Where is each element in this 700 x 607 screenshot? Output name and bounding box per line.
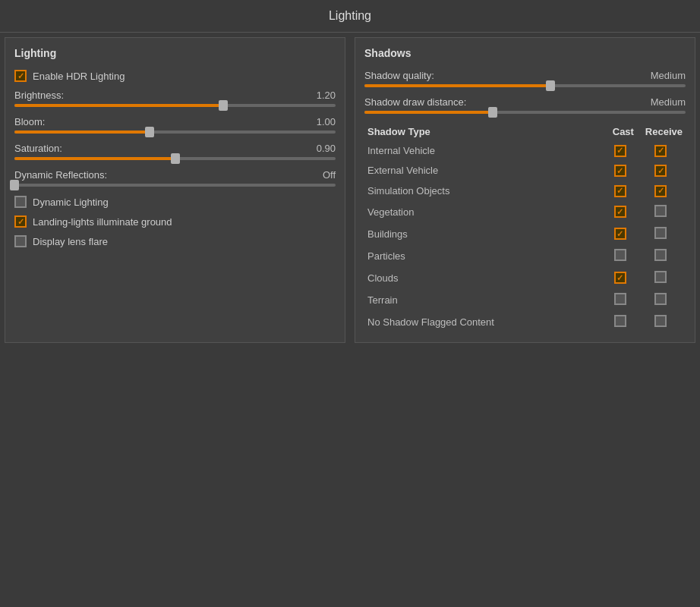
shadows-panel-title: Shadows bbox=[364, 47, 686, 59]
enable-hdr-checkbox[interactable] bbox=[14, 70, 27, 82]
title-bar: Lighting bbox=[0, 0, 700, 33]
dynamic-reflections-slider-track[interactable] bbox=[14, 184, 336, 187]
shadow-cast-checkbox[interactable] bbox=[614, 165, 626, 177]
shadow-type-name: Particles bbox=[364, 245, 604, 267]
shadow-type-name: Terrain bbox=[364, 289, 604, 311]
shadow-receive-checkbox[interactable] bbox=[654, 205, 667, 217]
shadow-quality-slider-track[interactable] bbox=[364, 84, 686, 87]
receive-col-header: Receive bbox=[642, 123, 686, 140]
shadow-table-row: Buildings bbox=[364, 223, 686, 245]
display-lens-flare-row: Display lens flare bbox=[14, 235, 336, 247]
cast-col-header: Cast bbox=[604, 123, 642, 140]
shadow-receive-checkbox[interactable] bbox=[654, 185, 667, 197]
shadow-receive-checkbox[interactable] bbox=[654, 227, 667, 239]
landing-lights-row: Landing-lights illuminate ground bbox=[14, 215, 336, 228]
shadow-cast-checkbox[interactable] bbox=[614, 206, 626, 218]
display-lens-flare-label: Display lens flare bbox=[33, 236, 108, 247]
shadow-table-row: External Vehicle bbox=[364, 161, 686, 181]
shadow-draw-distance-value: Medium bbox=[651, 96, 686, 108]
shadow-type-name: Internal Vehicle bbox=[364, 140, 604, 161]
shadow-cast-cell bbox=[604, 289, 642, 311]
shadow-receive-cell bbox=[642, 201, 686, 223]
shadow-cast-cell bbox=[604, 161, 642, 181]
bloom-value: 1.00 bbox=[305, 116, 336, 127]
shadow-cast-cell bbox=[604, 223, 642, 245]
shadow-cast-cell bbox=[604, 201, 642, 223]
dynamic-reflections-value: Off bbox=[305, 169, 336, 181]
shadow-type-name: Clouds bbox=[364, 267, 604, 289]
shadow-table-row: Vegetation bbox=[364, 201, 686, 223]
shadow-receive-checkbox[interactable] bbox=[654, 293, 667, 305]
shadow-quality-label: Shadow quality: bbox=[364, 70, 434, 81]
shadow-receive-cell bbox=[642, 267, 686, 289]
shadow-receive-checkbox[interactable] bbox=[654, 145, 667, 157]
shadow-type-table: Shadow Type Cast Receive Internal Vehicl… bbox=[364, 123, 686, 333]
shadow-receive-cell bbox=[642, 140, 686, 161]
shadow-table-row: Simulation Objects bbox=[364, 181, 686, 201]
shadow-receive-cell bbox=[642, 311, 686, 333]
landing-lights-label: Landing-lights illuminate ground bbox=[33, 216, 172, 228]
saturation-slider-track[interactable] bbox=[14, 157, 336, 160]
dynamic-lighting-row: Dynamic Lighting bbox=[14, 196, 336, 208]
shadow-cast-checkbox[interactable] bbox=[614, 272, 626, 284]
shadow-cast-cell bbox=[604, 267, 642, 289]
shadow-cast-cell bbox=[604, 245, 642, 267]
shadow-draw-distance-slider-track[interactable] bbox=[364, 111, 686, 114]
shadow-receive-cell bbox=[642, 161, 686, 181]
shadow-type-name: Buildings bbox=[364, 223, 604, 245]
shadow-cast-checkbox[interactable] bbox=[614, 293, 626, 305]
shadow-receive-cell bbox=[642, 223, 686, 245]
shadow-table-row: Internal Vehicle bbox=[364, 140, 686, 161]
shadow-type-col-header: Shadow Type bbox=[364, 123, 604, 140]
shadow-cast-checkbox[interactable] bbox=[614, 315, 626, 327]
shadow-cast-checkbox[interactable] bbox=[614, 145, 626, 157]
landing-lights-checkbox[interactable] bbox=[14, 215, 27, 228]
shadow-receive-cell bbox=[642, 245, 686, 267]
display-lens-flare-checkbox[interactable] bbox=[14, 235, 27, 247]
window-title: Lighting bbox=[329, 9, 371, 22]
bloom-label: Bloom: bbox=[14, 116, 45, 127]
brightness-slider-track[interactable] bbox=[14, 104, 336, 107]
shadow-receive-cell bbox=[642, 289, 686, 311]
shadow-table-row: Clouds bbox=[364, 267, 686, 289]
dynamic-lighting-checkbox[interactable] bbox=[14, 196, 27, 208]
shadow-draw-distance-label: Shadow draw distance: bbox=[364, 96, 466, 108]
shadow-cast-checkbox[interactable] bbox=[614, 185, 626, 197]
shadow-type-name: Simulation Objects bbox=[364, 181, 604, 201]
saturation-label: Saturation: bbox=[14, 143, 62, 154]
brightness-value: 1.20 bbox=[305, 90, 336, 101]
lighting-panel-title: Lighting bbox=[14, 47, 336, 59]
enable-hdr-label: Enable HDR Lighting bbox=[33, 71, 125, 82]
shadow-receive-checkbox[interactable] bbox=[654, 165, 667, 177]
shadow-cast-cell bbox=[604, 181, 642, 201]
lighting-panel: Lighting Enable HDR Lighting Brightness:… bbox=[5, 37, 345, 343]
shadow-table-row: No Shadow Flagged Content bbox=[364, 311, 686, 333]
shadow-table-row: Terrain bbox=[364, 289, 686, 311]
shadow-receive-checkbox[interactable] bbox=[654, 271, 667, 283]
shadow-cast-cell bbox=[604, 140, 642, 161]
bloom-slider-track[interactable] bbox=[14, 131, 336, 134]
shadow-cast-cell bbox=[604, 311, 642, 333]
shadow-quality-value: Medium bbox=[651, 70, 686, 81]
shadows-panel: Shadows Shadow quality: Medium Shadow dr… bbox=[355, 37, 695, 343]
shadow-cast-checkbox[interactable] bbox=[614, 228, 626, 240]
shadow-receive-checkbox[interactable] bbox=[654, 249, 667, 261]
saturation-value: 0.90 bbox=[305, 143, 336, 154]
shadow-type-name: External Vehicle bbox=[364, 161, 604, 181]
enable-hdr-row: Enable HDR Lighting bbox=[14, 70, 336, 82]
shadow-table-row: Particles bbox=[364, 245, 686, 267]
shadow-type-name: No Shadow Flagged Content bbox=[364, 311, 604, 333]
brightness-label: Brightness: bbox=[14, 90, 64, 101]
dynamic-lighting-label: Dynamic Lighting bbox=[33, 197, 109, 208]
shadow-receive-cell bbox=[642, 181, 686, 201]
shadow-cast-checkbox[interactable] bbox=[614, 249, 626, 261]
dynamic-reflections-label: Dynamic Reflections: bbox=[14, 169, 107, 181]
shadow-type-name: Vegetation bbox=[364, 201, 604, 223]
shadow-receive-checkbox[interactable] bbox=[654, 315, 667, 327]
